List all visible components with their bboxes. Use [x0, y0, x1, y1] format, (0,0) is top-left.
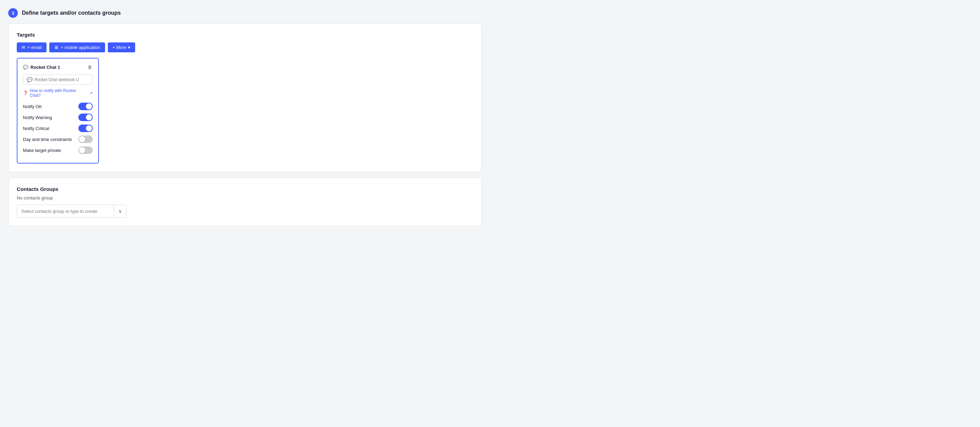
add-mobile-button[interactable]: 🖥 + mobile application	[49, 43, 105, 52]
dropdown-chevron-icon: ∨	[118, 208, 122, 214]
targets-buttons: ✉ + email 🖥 + mobile application + More …	[17, 43, 473, 52]
webhook-input-wrapper[interactable]: 💬	[23, 75, 93, 85]
notify-critical-toggle[interactable]	[78, 125, 93, 132]
targets-label: Targets	[17, 32, 473, 38]
make-private-toggle[interactable]	[78, 146, 93, 154]
toggles-list: Notify OK Notify Warning Notify Critical	[23, 103, 93, 154]
email-icon: ✉	[22, 45, 25, 50]
toggle-row-day-time: Day and time constraints	[23, 135, 93, 143]
day-time-label: Day and time constraints	[23, 137, 72, 142]
help-circle-icon: ❓	[23, 90, 28, 95]
step-badge: 3	[8, 8, 18, 18]
external-link-icon: ↗	[89, 90, 93, 95]
toggle-row-make-private: Make target private	[23, 146, 93, 154]
contacts-groups-card: Contacts Groups No contacts group ∨	[8, 178, 482, 226]
select-dropdown-button[interactable]: ∨	[114, 205, 126, 217]
chat-icon: 💬	[23, 65, 29, 70]
trash-icon: 🗑	[88, 65, 92, 70]
delete-target-button[interactable]: 🗑	[87, 64, 93, 70]
contacts-select-wrapper[interactable]: ∨	[17, 205, 126, 217]
toggle-row-notify-ok: Notify OK	[23, 103, 93, 110]
no-contacts-text: No contacts group	[17, 195, 473, 200]
notify-ok-toggle[interactable]	[78, 103, 93, 110]
help-link[interactable]: ❓ How to notify with Rocket Chat? ↗	[23, 88, 93, 98]
make-private-label: Make target private	[23, 148, 61, 153]
target-config-card: 💬 Rocket Chat 1 🗑 💬 ❓ How to notify with…	[17, 58, 99, 163]
targets-card: Targets ✉ + email 🖥 + mobile application…	[8, 23, 482, 172]
notify-warning-label: Notify Warning	[23, 115, 52, 120]
target-card-title: 💬 Rocket Chat 1	[23, 65, 60, 70]
chat-input-icon: 💬	[27, 77, 32, 83]
toggle-row-notify-critical: Notify Critical	[23, 125, 93, 132]
contacts-groups-title: Contacts Groups	[17, 186, 473, 192]
chevron-down-icon: ▾	[128, 45, 130, 50]
day-time-toggle[interactable]	[78, 135, 93, 143]
notify-warning-toggle[interactable]	[78, 114, 93, 121]
target-card-header: 💬 Rocket Chat 1 🗑	[23, 64, 93, 70]
more-button[interactable]: + More ▾	[108, 43, 135, 52]
webhook-input[interactable]	[35, 77, 89, 82]
contacts-select-input[interactable]	[17, 206, 114, 217]
notify-critical-label: Notify Critical	[23, 126, 49, 131]
notify-ok-label: Notify OK	[23, 104, 42, 109]
toggle-row-notify-warning: Notify Warning	[23, 114, 93, 121]
section-title: Define targets and/or contacts groups	[22, 10, 121, 16]
add-email-button[interactable]: ✉ + email	[17, 43, 46, 52]
mobile-icon: 🖥	[54, 45, 59, 50]
section-header: 3 Define targets and/or contacts groups	[8, 8, 482, 18]
